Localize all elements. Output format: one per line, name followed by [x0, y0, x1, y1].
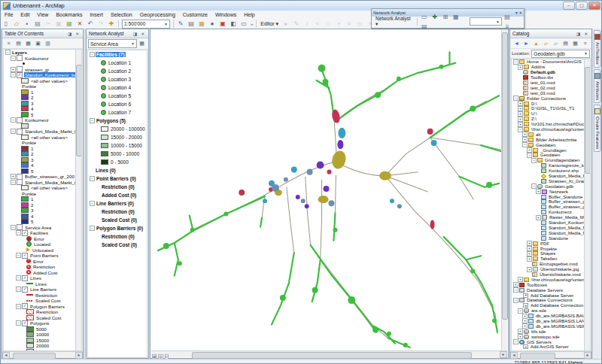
pin-and-close-icons[interactable]: ◨ ✕	[68, 32, 81, 36]
menu-view[interactable]: View	[33, 12, 52, 17]
toc-tree-row[interactable]: 4	[4, 162, 81, 168]
catalog-tree-row[interactable]: –GIS Servers	[512, 339, 590, 344]
catalog-tree-row[interactable]: +D:\GISL_T1\GISL_T1	[512, 106, 590, 111]
map-scale-combo[interactable]: 1:500'000 ▼	[122, 20, 170, 29]
catalog-tree-row[interactable]: +db_are.MGRBASIS.BAUZONE	[512, 314, 590, 319]
visibility-checkbox[interactable]: ✓	[17, 72, 23, 78]
disconnect-from-folder-icon[interactable]: ▱	[551, 39, 561, 48]
na-layer-combo[interactable]: ▼	[470, 17, 502, 26]
toc-tree-row[interactable]: 10000	[4, 332, 81, 338]
toc-tree-row[interactable]: –✓Standort_Konkurrenz_buffer_strassen	[4, 72, 81, 78]
toc-tree-row[interactable]: 100000	[4, 349, 81, 352]
catalog-tree-row[interactable]: +_Grundlagen	[512, 147, 590, 153]
visibility-checkbox[interactable]: ✓	[22, 287, 28, 293]
toc-tree-row[interactable]: ?Error	[4, 259, 81, 265]
visibility-checkbox[interactable]: ✓	[22, 230, 28, 236]
straight-segment-icon[interactable]: /	[302, 19, 312, 29]
visibility-checkbox[interactable]: ✓	[22, 303, 28, 309]
toggle-contents-panel-icon[interactable]: ▦	[570, 39, 580, 48]
toc-tree-row[interactable]: 5	[4, 168, 81, 174]
na-tree-row[interactable]: Location 3	[88, 75, 147, 83]
toc-horizontal-scrollbar[interactable]: ◄ ►	[2, 351, 83, 358]
endpoint-arc-icon[interactable]: <	[312, 19, 323, 29]
menu-windows[interactable]: Windows	[211, 12, 240, 17]
list-by-selection-icon[interactable]: ▣	[33, 39, 43, 48]
collapse-icon[interactable]: –	[513, 339, 518, 344]
map-horizontal-scrollbar[interactable]	[169, 352, 500, 357]
na-tree-row[interactable]: Scaled Cost (0)	[88, 216, 147, 224]
catalog-tree-row[interactable]: test_01.mxd	[512, 80, 590, 86]
na-tree-row[interactable]: Location 5	[88, 92, 147, 100]
toc-tree-row[interactable]: ✕Restriction	[4, 264, 81, 270]
arctoolbox-window-icon[interactable]: ▣	[217, 19, 228, 29]
collapse-icon[interactable]: –	[513, 287, 518, 293]
na-tree-row[interactable]: 10000 - 15000	[88, 141, 147, 150]
catalog-vertical-scrollbar[interactable]	[584, 59, 590, 350]
catalog-tree-row[interactable]: Standort_Media_Markt.lyr	[512, 174, 590, 179]
toc-tree-row[interactable]	[4, 61, 81, 67]
catalog-tree-row[interactable]: +Raster_Media_Markt	[512, 215, 590, 220]
collapse-icon[interactable]: –	[90, 226, 95, 231]
catalog-horizontal-scrollbar[interactable]: ◄ ►	[510, 351, 591, 358]
toc-tree-row[interactable]: Error	[4, 236, 81, 242]
toc-tree-row[interactable]: Scaled Cost	[4, 298, 81, 304]
catalog-panel-header[interactable]: Catalog ◨ ✕	[510, 29, 591, 38]
collapse-icon[interactable]: –	[531, 158, 537, 163]
map-canvas[interactable]	[151, 30, 502, 351]
visibility-checkbox[interactable]: ✓	[22, 320, 28, 326]
forward-icon[interactable]: ►	[521, 39, 531, 48]
catalog-tree-row[interactable]: –Folder Connections	[512, 96, 590, 101]
menu-file[interactable]: File	[1, 12, 17, 17]
menu-help[interactable]: Help	[240, 12, 258, 17]
catalog-tree-row[interactable]: Kantonsgrenze_kt_gr.shp	[512, 163, 590, 168]
up-one-level-icon[interactable]: ▲	[531, 39, 541, 48]
list-by-visibility-icon[interactable]: ▦	[23, 39, 33, 48]
paste-icon[interactable]: ▦	[64, 19, 74, 29]
na-tree-row[interactable]: Restriction (0)	[88, 183, 147, 191]
expand-icon[interactable]: +	[522, 323, 528, 329]
collapse-icon[interactable]: –	[11, 129, 16, 134]
catalog-tree-row[interactable]: –Database Servers	[512, 287, 590, 293]
na-tree-row[interactable]: Scaled Cost (0)	[88, 241, 147, 249]
expand-icon[interactable]: +	[11, 67, 16, 72]
tab-attributes[interactable]: Attributes	[594, 69, 601, 103]
toc-options-icon[interactable]: ▥	[43, 39, 53, 48]
catalog-tree-row[interactable]: –are.sde	[512, 308, 590, 314]
toc-tree-row[interactable]: –Standort_Media_Markt_buffer_strasse	[4, 180, 81, 186]
na-tree-row[interactable]: 20000 - 100000	[88, 125, 147, 133]
toc-tree-row[interactable]: –Konkurrenz	[4, 117, 81, 123]
na-tree-row[interactable]: 0 - 5000	[88, 158, 147, 166]
na-tree-row[interactable]: 5000 - 10000	[88, 150, 147, 158]
directions-window-icon[interactable]: ▤	[419, 22, 430, 32]
catalog-tree-row[interactable]: +swisstopo.sde	[512, 334, 590, 339]
toc-tree-row[interactable]: 2	[4, 95, 81, 101]
collapse-icon[interactable]: –	[5, 50, 11, 55]
toc-tree-row[interactable]	[4, 123, 81, 129]
toc-tree-row[interactable]: <all other values>	[4, 185, 81, 191]
toc-tree-row[interactable]: Punkte	[4, 191, 81, 197]
catalog-tree-row[interactable]: Default.gdb	[512, 70, 590, 75]
collapse-icon[interactable]: –	[90, 118, 95, 123]
na-tree-row[interactable]: Location 4	[88, 83, 147, 92]
na-tree-row[interactable]: Location 7	[88, 108, 147, 117]
na-tree-row[interactable]: Lines (0)	[88, 166, 147, 174]
catalog-tree-row[interactable]: Standorte	[512, 235, 590, 241]
toc-tree-row[interactable]: 1	[4, 146, 81, 152]
collapse-icon[interactable]: –	[11, 225, 16, 230]
collapse-icon[interactable]: –	[11, 180, 16, 185]
catalog-tree-row[interactable]: –Home - Documents\ArcGIS	[512, 59, 590, 65]
connect-to-folder-icon[interactable]: ▱	[541, 39, 551, 48]
undo-icon[interactable]: ↶	[85, 19, 96, 29]
attributes-tool-icon[interactable]: ▭	[354, 19, 365, 29]
tab-create-features[interactable]: Create Features	[594, 105, 601, 152]
catalog-tree-row[interactable]: +db_are.MGRBASIS.LANDSCHAFTSTYI	[512, 319, 590, 324]
na-tree-row[interactable]: –Facilities (7)	[88, 50, 147, 59]
expand-icon[interactable]: +	[518, 65, 523, 70]
edit-annotation-icon[interactable]: ≡	[344, 19, 354, 29]
catalog-tree-row[interactable]: +Projekte	[512, 246, 590, 251]
visibility-checkbox[interactable]: ✓	[22, 253, 28, 259]
expand-icon[interactable]: +	[518, 334, 523, 339]
toc-tree-row[interactable]: –✓Lines	[4, 275, 81, 281]
add-data-icon[interactable]: ✚	[106, 19, 117, 29]
toc-tree-row[interactable]: –Konkurrenz	[4, 56, 81, 62]
